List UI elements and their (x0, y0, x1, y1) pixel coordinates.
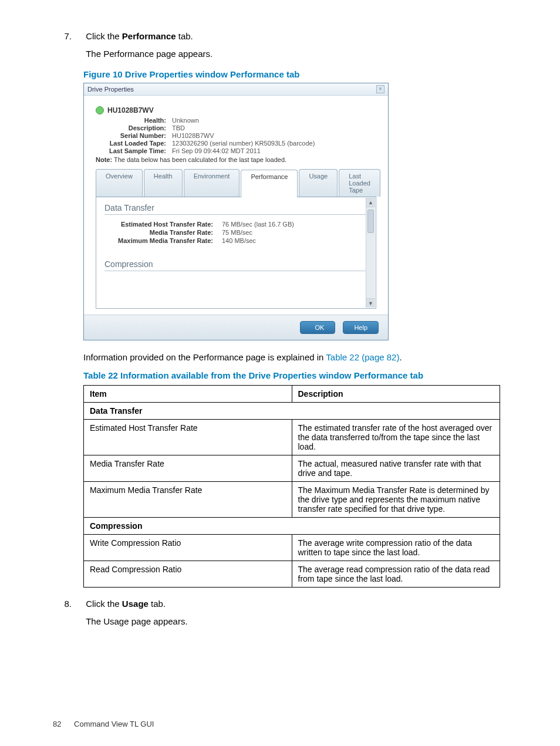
table-22-link[interactable]: Table 22 (page 82) (326, 352, 399, 362)
dialog-footer: OK Help (84, 315, 388, 340)
kv-label: Last Sample Time: (96, 147, 172, 154)
tab-pane-performance: Data Transfer Estimated Host Transfer Ra… (96, 197, 376, 309)
step-number: 8. (53, 597, 72, 611)
status-icon (96, 106, 104, 114)
paragraph-after-figure: Information provided on the Performance … (83, 351, 507, 364)
row-max-media-rate: Maximum Media Transfer Rate:140 MB/sec (104, 237, 367, 244)
step7-text-c: tab. (176, 31, 193, 41)
para-text-a: Information provided on the Performance … (83, 352, 326, 362)
dialog-body: HU1028B7WV Health:Unknown Description:TB… (84, 96, 388, 315)
section-cell: Data Transfer (84, 402, 500, 419)
step7-text-a: Click the (86, 31, 122, 41)
note-line: Note: The data below has been calculated… (96, 156, 376, 163)
table-caption: Table 22 Information available from the … (83, 370, 507, 380)
cell-desc: The actual, measured native transfer rat… (292, 455, 500, 481)
table-row: Estimated Host Transfer RateThe estimate… (84, 419, 500, 455)
table-22: Item Description Data Transfer Estimated… (83, 385, 500, 588)
table-row: Maximum Media Transfer RateThe Maximum M… (84, 481, 500, 517)
cell-item: Media Transfer Rate (84, 455, 292, 481)
cell-item: Estimated Host Transfer Rate (84, 419, 292, 455)
note-bold: Note: (96, 156, 112, 163)
para-text-b: . (399, 352, 402, 362)
step8-result: The Usage page appears. (86, 615, 497, 629)
dialog-title: Drive Properties (87, 86, 134, 93)
table-section-row: Data Transfer (84, 402, 500, 419)
section-data-transfer: Data Transfer (104, 203, 367, 215)
step8-text-c: tab. (149, 599, 166, 609)
table-header-row: Item Description (84, 385, 500, 402)
kv-serial: Serial Number:HU1028B7WV (96, 132, 376, 139)
th-description: Description (292, 385, 500, 402)
tab-performance[interactable]: Performance (241, 170, 298, 197)
kv-label: Last Loaded Tape: (96, 140, 172, 147)
cell-desc: The estimated transfer rate of the host … (292, 419, 500, 455)
tab-last-loaded-tape[interactable]: Last Loaded Tape (339, 169, 380, 197)
device-name: HU1028B7WV (107, 106, 154, 114)
kv-label: Health: (96, 117, 172, 124)
kv-label: Media Transfer Rate: (104, 229, 222, 236)
page-footer: 82 Command View TL GUI (53, 720, 154, 728)
kv-last-loaded-tape: Last Loaded Tape:1230326290 (serial numb… (96, 140, 376, 147)
step7-result: The Performance page appears. (86, 47, 497, 61)
cell-item: Write Compression Ratio (84, 534, 292, 561)
scroll-thumb[interactable] (367, 210, 374, 233)
kv-value: 76 MB/sec (last 16.7 GB) (222, 221, 294, 228)
step-body: Click the Performance tab. The Performan… (86, 29, 497, 61)
cell-desc: The Maximum Media Transfer Rate is deter… (292, 481, 500, 517)
close-icon[interactable]: × (376, 85, 384, 93)
drive-properties-dialog: Drive Properties × HU1028B7WV Health:Unk… (83, 83, 389, 340)
table-section-row: Compression (84, 517, 500, 534)
kv-value: 75 MB/sec (222, 229, 252, 236)
tab-overview[interactable]: Overview (96, 169, 143, 197)
scrollbar[interactable]: ▲ ▼ (366, 198, 375, 308)
cell-item: Maximum Media Transfer Rate (84, 481, 292, 517)
ok-button[interactable]: OK (300, 321, 335, 334)
page-number: 82 (53, 720, 61, 728)
kv-last-sample-time: Last Sample Time:Fri Sep 09 09:44:02 MDT… (96, 147, 376, 154)
section-compression: Compression (104, 259, 367, 271)
footer-section: Command View TL GUI (74, 720, 154, 728)
step8-bold: Usage (122, 599, 149, 609)
table-row: Write Compression RatioThe average write… (84, 534, 500, 561)
step7-bold: Performance (122, 31, 176, 41)
row-est-host-rate: Estimated Host Transfer Rate:76 MB/sec (… (104, 221, 367, 228)
table-row: Media Transfer RateThe actual, measured … (84, 455, 500, 481)
tab-environment[interactable]: Environment (184, 169, 240, 197)
scroll-up-icon[interactable]: ▲ (366, 198, 375, 207)
kv-label: Estimated Host Transfer Rate: (104, 221, 222, 228)
dialog-titlebar: Drive Properties × (84, 83, 388, 96)
scroll-down-icon[interactable]: ▼ (366, 298, 375, 308)
row-media-rate: Media Transfer Rate:75 MB/sec (104, 229, 367, 236)
th-item: Item (84, 385, 292, 402)
tab-usage[interactable]: Usage (299, 169, 338, 197)
step8-text-a: Click the (86, 599, 122, 609)
step-8: 8. Click the Usage tab. The Usage page a… (53, 597, 507, 629)
figure-caption: Figure 10 Drive Properties window Perfor… (83, 69, 507, 79)
cell-desc: The average read compression ratio of th… (292, 561, 500, 587)
kv-value: Unknown (172, 117, 199, 124)
kv-value: Fri Sep 09 09:44:02 MDT 2011 (172, 147, 261, 154)
note-text: The data below has been calculated for t… (112, 156, 286, 163)
step-number: 7. (53, 29, 72, 43)
help-button[interactable]: Help (343, 321, 379, 334)
table-row: Read Compression RatioThe average read c… (84, 561, 500, 587)
section-cell: Compression (84, 517, 500, 534)
cell-item: Read Compression Ratio (84, 561, 292, 587)
kv-value: 140 MB/sec (222, 237, 256, 244)
kv-label: Serial Number: (96, 132, 172, 139)
kv-value: 1230326290 (serial number) KR5093L5 (bar… (172, 140, 315, 147)
kv-health: Health:Unknown (96, 117, 376, 124)
kv-description: Description:TBD (96, 124, 376, 131)
kv-label: Description: (96, 124, 172, 131)
kv-label: Maximum Media Transfer Rate: (104, 237, 222, 244)
tab-bar: Overview Health Environment Performance … (96, 169, 376, 197)
cell-desc: The average write compression ratio of t… (292, 534, 500, 561)
device-header: HU1028B7WV (96, 106, 376, 114)
kv-value: HU1028B7WV (172, 132, 214, 139)
step-7: 7. Click the Performance tab. The Perfor… (53, 29, 507, 61)
kv-value: TBD (172, 124, 185, 131)
tab-health[interactable]: Health (144, 169, 183, 197)
step-body: Click the Usage tab. The Usage page appe… (86, 597, 497, 629)
